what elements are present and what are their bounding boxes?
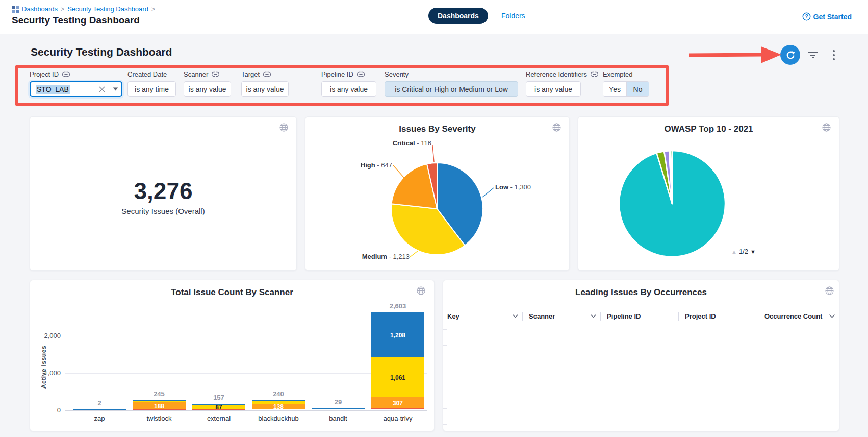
- card-title: OWASP Top 10 - 2021: [578, 124, 839, 134]
- severity-button[interactable]: is Critical or High or Medium or Low: [385, 81, 518, 97]
- pie-label-critical: Critical - 116: [375, 139, 431, 147]
- pie-slice-medium: [391, 204, 465, 255]
- bar-aqua-trivy-critical: [371, 408, 424, 409]
- breadcrumb-current-link[interactable]: Security Testing Dashboard: [67, 5, 148, 13]
- issues-by-severity-pie: [305, 117, 570, 271]
- get-started-link[interactable]: Get Started: [813, 13, 852, 21]
- globe-icon: [279, 123, 288, 132]
- filter-label: Exempted: [603, 70, 633, 78]
- bar-total-zap: 2: [73, 399, 126, 407]
- clear-icon[interactable]: [99, 86, 105, 92]
- breadcrumb-dashboards-link[interactable]: Dashboards: [22, 5, 58, 13]
- kebab-menu-icon[interactable]: [826, 47, 841, 63]
- bar-blackduckhub-low: [252, 400, 305, 401]
- table-row-separator: [443, 424, 447, 425]
- filter-icon[interactable]: [805, 47, 821, 63]
- pie-slice-critical: [427, 163, 437, 209]
- bar-twistlock-low: [133, 400, 186, 401]
- chevron-down-icon[interactable]: [829, 314, 835, 318]
- bar-label-external-medium: 87: [192, 404, 245, 411]
- column-header-project-id[interactable]: Project ID: [685, 312, 758, 320]
- project-id-input[interactable]: STO_LAB: [30, 81, 122, 97]
- globe-icon: [822, 123, 831, 132]
- tab-folders[interactable]: Folders: [501, 12, 525, 20]
- refresh-icon: [785, 50, 796, 60]
- pie-slice-slice-pink: [669, 151, 672, 204]
- table-row-separator: [443, 345, 447, 346]
- column-header-key[interactable]: Key: [447, 312, 522, 320]
- pie-slice-slice-green: [671, 151, 672, 204]
- category-label-blackduckhub: blackduckhub: [249, 415, 308, 422]
- breadcrumb-separator: >: [61, 6, 64, 13]
- project-id-value[interactable]: STO_LAB: [36, 85, 70, 94]
- filter-target: Target is any value: [241, 70, 289, 97]
- filter-reference-identifiers: Reference Identifiers is any value: [526, 70, 598, 97]
- bar-label-aqua-trivy-high: 307: [371, 400, 424, 407]
- pipeline-id-button[interactable]: is any value: [321, 81, 376, 97]
- link-icon: [212, 71, 219, 77]
- filter-scanner: Scanner is any value: [184, 70, 231, 97]
- column-header-pipeline-id[interactable]: Pipeline ID: [607, 312, 678, 320]
- dropdown-caret-icon[interactable]: [113, 87, 118, 91]
- filter-severity: Severity is Critical or High or Medium o…: [385, 70, 518, 97]
- pie-connector: [432, 145, 434, 162]
- page-down-icon[interactable]: ▼: [750, 249, 756, 255]
- table-row-separator: [443, 393, 447, 393]
- bar-total-blackduckhub: 240: [252, 390, 305, 398]
- filter-label: Created Date: [127, 70, 167, 78]
- column-header-scanner[interactable]: Scanner: [529, 312, 600, 320]
- tab-dashboards[interactable]: Dashboards: [428, 8, 488, 24]
- bar-label-aqua-trivy-medium: 1,061: [371, 374, 424, 381]
- link-icon: [591, 71, 598, 77]
- card-title: Issues By Severity: [305, 124, 569, 134]
- filter-exempted: Exempted Yes No: [603, 70, 649, 97]
- owasp-pie: [578, 117, 840, 271]
- bar-total-twistlock: 245: [133, 390, 186, 398]
- target-button[interactable]: is any value: [241, 81, 289, 97]
- page-title: Security Testing Dashboard: [12, 15, 140, 26]
- filter-label: Project ID: [30, 70, 59, 78]
- link-icon: [357, 71, 365, 77]
- card-title: Leading Issues By Occurrences: [443, 287, 839, 298]
- page-up-icon[interactable]: ▲: [731, 249, 737, 255]
- pie-label-medium: Medium - 1,213: [346, 253, 410, 260]
- bar-twistlock-medium: [133, 401, 186, 402]
- dashboard-heading: Security Testing Dashboard: [31, 46, 172, 58]
- refresh-button[interactable]: [780, 45, 800, 65]
- bar-total-external: 157: [192, 394, 245, 401]
- link-icon: [62, 71, 70, 77]
- pie-slice-high: [392, 164, 437, 209]
- pie-label-high: High - 647: [335, 161, 392, 169]
- pie-pagination: ▲ 1/2 ▼: [731, 248, 756, 255]
- filter-label: Severity: [385, 70, 409, 78]
- top-header: Dashboards > Security Testing Dashboard …: [0, 0, 868, 34]
- breadcrumb: Dashboards > Security Testing Dashboard …: [12, 5, 155, 13]
- category-label-external: external: [189, 415, 248, 422]
- exempted-yes-button[interactable]: Yes: [603, 82, 626, 96]
- filter-label: Pipeline ID: [321, 70, 353, 78]
- bar-total-bandit: 29: [312, 398, 365, 406]
- globe-icon: [825, 286, 834, 295]
- scanner-button[interactable]: is any value: [184, 81, 231, 97]
- dashboards-grid-icon: [12, 6, 19, 13]
- table-row-separator: [443, 377, 447, 377]
- scanner-bar-chart: 01,0002,000Active Issues2zap245188twistl…: [30, 280, 434, 431]
- exempted-toggle: Yes No: [603, 81, 649, 97]
- exempted-no-button[interactable]: No: [626, 82, 649, 96]
- table-header: Key Scanner Pipeline ID Project ID Occur…: [447, 309, 836, 324]
- chevron-down-icon[interactable]: [591, 314, 596, 318]
- column-header-occurrence-count[interactable]: Occurrence Count: [764, 312, 836, 320]
- bar-label-blackduckhub-high: 138: [252, 403, 305, 410]
- bar-total-aqua-trivy: 2,603: [371, 302, 424, 310]
- table-row-separator: [443, 329, 447, 330]
- y-axis-title: Active Issues: [40, 326, 48, 408]
- gridline: [65, 410, 427, 411]
- pie-slice-slice-purple: [664, 151, 672, 204]
- chevron-down-icon[interactable]: [513, 314, 518, 318]
- pie-connector: [393, 165, 404, 178]
- bar-label-twistlock-high: 188: [133, 403, 186, 410]
- created-date-button[interactable]: is any time: [127, 81, 176, 97]
- filter-label: Target: [241, 70, 260, 78]
- page: Dashboards > Security Testing Dashboard …: [0, 0, 868, 437]
- reference-identifiers-button[interactable]: is any value: [526, 81, 581, 97]
